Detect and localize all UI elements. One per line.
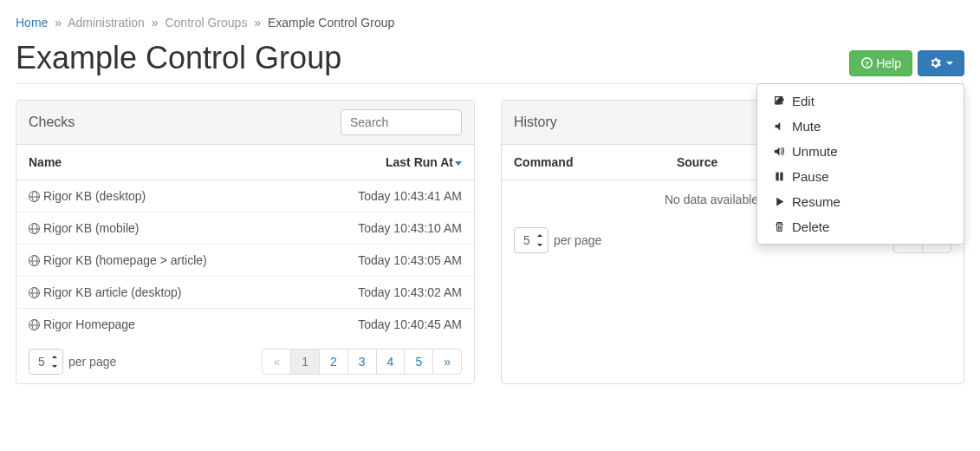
checks-search-input[interactable] xyxy=(341,109,462,135)
menu-delete-label: Delete xyxy=(792,219,829,234)
page-3[interactable]: 3 xyxy=(347,349,377,375)
settings-dropdown-menu: Edit Mute Unmute Pause Resume xyxy=(756,83,964,245)
check-last-run: Today 10:43:41 AM xyxy=(296,180,474,212)
globe-icon xyxy=(29,319,40,330)
help-button[interactable]: ? Help xyxy=(849,50,912,76)
history-col-command[interactable]: Command xyxy=(502,145,665,180)
page-5[interactable]: 5 xyxy=(404,349,433,375)
menu-unmute-label: Unmute xyxy=(792,144,838,159)
pause-icon xyxy=(773,169,785,184)
sort-desc-icon xyxy=(455,161,462,166)
play-icon xyxy=(773,194,785,209)
menu-resume-label: Resume xyxy=(792,194,840,209)
menu-pause-label: Pause xyxy=(792,169,829,184)
help-icon: ? xyxy=(860,56,873,70)
page-2[interactable]: 2 xyxy=(319,349,348,375)
check-last-run: Today 10:43:10 AM xyxy=(296,212,474,245)
checks-col-last-run[interactable]: Last Run At xyxy=(296,145,474,180)
menu-delete[interactable]: Delete xyxy=(757,214,964,239)
settings-dropdown-button[interactable] xyxy=(918,50,964,76)
page-1[interactable]: 1 xyxy=(290,349,320,375)
breadcrumb-current: Example Control Group xyxy=(268,16,394,29)
svg-text:?: ? xyxy=(865,60,869,68)
menu-mute-label: Mute xyxy=(792,119,821,134)
table-row[interactable]: Rigor KB (mobile)Today 10:43:10 AM xyxy=(16,212,474,245)
check-name: Rigor Homepage xyxy=(16,309,296,341)
menu-unmute[interactable]: Unmute xyxy=(757,139,964,164)
checks-per-page-select[interactable]: 5 xyxy=(29,349,63,375)
breadcrumb-home[interactable]: Home xyxy=(16,16,48,29)
breadcrumb-control-groups[interactable]: Control Groups xyxy=(165,16,247,29)
check-last-run: Today 10:43:05 AM xyxy=(296,245,474,277)
checks-pagination: «12345» xyxy=(263,349,462,375)
check-name: Rigor KB (mobile) xyxy=(16,212,296,245)
checks-col-name[interactable]: Name xyxy=(16,145,296,180)
edit-icon xyxy=(773,94,785,108)
svg-rect-3 xyxy=(776,173,778,181)
table-row[interactable]: Rigor HomepageToday 10:40:45 AM xyxy=(16,309,474,341)
menu-edit-label: Edit xyxy=(792,94,815,108)
page-next[interactable]: » xyxy=(432,349,462,375)
globe-icon xyxy=(29,287,40,298)
checks-per-page-label: per page xyxy=(68,355,116,369)
history-per-page-label: per page xyxy=(554,233,601,247)
table-row[interactable]: Rigor KB (homepage > article)Today 10:43… xyxy=(16,245,474,277)
caret-down-icon xyxy=(946,62,953,65)
history-per-page-select[interactable]: 5 xyxy=(514,227,548,253)
svg-rect-4 xyxy=(780,173,782,181)
unmute-icon xyxy=(773,144,785,159)
table-row[interactable]: Rigor KB (desktop)Today 10:43:41 AM xyxy=(16,180,474,212)
gear-icon xyxy=(929,56,941,70)
help-label: Help xyxy=(876,56,901,70)
breadcrumb: Home » Administration » Control Groups »… xyxy=(16,16,964,29)
check-name: Rigor KB (homepage > article) xyxy=(16,245,296,277)
menu-mute[interactable]: Mute xyxy=(757,114,964,139)
checks-title: Checks xyxy=(29,114,75,130)
trash-icon xyxy=(773,219,785,234)
check-last-run: Today 10:40:45 AM xyxy=(296,309,474,341)
menu-edit[interactable]: Edit xyxy=(757,88,964,114)
globe-icon xyxy=(29,223,40,234)
page-prev[interactable]: « xyxy=(262,349,291,375)
checks-col-last-run-label: Last Run At xyxy=(386,155,453,169)
page-4[interactable]: 4 xyxy=(376,349,406,375)
menu-resume[interactable]: Resume xyxy=(757,189,964,214)
check-name: Rigor KB (desktop) xyxy=(16,180,296,212)
history-title: History xyxy=(514,114,557,130)
globe-icon xyxy=(29,255,40,266)
checks-panel: Checks Name Last Run At Rigor KB (deskto… xyxy=(16,100,475,384)
table-row[interactable]: Rigor KB article (desktop)Today 10:43:02… xyxy=(16,277,474,309)
breadcrumb-administration[interactable]: Administration xyxy=(68,16,145,29)
menu-pause[interactable]: Pause xyxy=(757,164,964,189)
mute-icon xyxy=(773,119,785,134)
page-title: Example Control Group xyxy=(16,40,341,76)
check-name: Rigor KB article (desktop) xyxy=(16,277,296,309)
check-last-run: Today 10:43:02 AM xyxy=(296,277,474,309)
globe-icon xyxy=(29,191,40,202)
